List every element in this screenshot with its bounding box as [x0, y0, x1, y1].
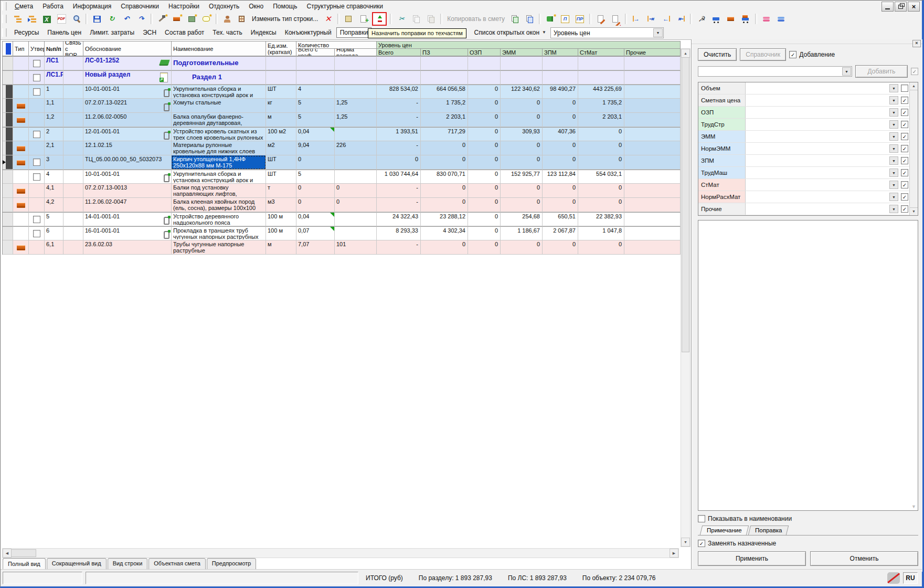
field-checkbox[interactable]: ✓ [901, 157, 908, 164]
cell-emm[interactable]: 0 [501, 99, 543, 113]
menu-item-3[interactable]: Справочники [116, 2, 164, 11]
cell-type[interactable] [13, 212, 29, 226]
table-row-4,1[interactable]: 4,107.2.07.13-0013Балки под установку на… [3, 184, 681, 198]
save-button[interactable] [90, 13, 104, 25]
approve-checkbox[interactable] [33, 74, 40, 81]
approve-checkbox[interactable] [33, 131, 40, 138]
cell-ozp[interactable] [468, 56, 501, 70]
apply-button[interactable]: Применить [698, 551, 806, 566]
cell-other[interactable] [624, 212, 681, 226]
table-row-1,1[interactable]: 1,107.2.07.13-0221Хомуты стальныекг51,25… [3, 99, 681, 113]
chevron-down-icon[interactable]: ▼ [889, 144, 898, 153]
cell-vor-link[interactable] [63, 99, 83, 113]
clear-button[interactable]: Очистить [698, 48, 737, 61]
table-row-1[interactable]: 110-01-001-01Укрупнительная сборка и уст… [3, 85, 681, 99]
pdf-export-button[interactable]: PDF [55, 13, 68, 25]
panel-close-button[interactable]: × [912, 40, 921, 47]
row-marker-cell[interactable] [3, 127, 13, 141]
menu-item-1[interactable]: Работа [38, 2, 68, 11]
field-checkbox[interactable]: ✓ [901, 109, 908, 116]
field-combo[interactable]: ▼ [746, 155, 899, 166]
chevron-down-icon[interactable]: ▼ [842, 67, 851, 76]
cell-zpm[interactable]: 2 067,87 [543, 226, 578, 240]
cell-vor-link[interactable] [63, 170, 83, 184]
row-marker-cell[interactable] [3, 99, 13, 113]
row-marker-cell[interactable] [3, 184, 13, 198]
chevron-down-icon[interactable]: ▼ [653, 28, 663, 37]
cell-total[interactable]: - [377, 198, 421, 212]
cell-stmat[interactable]: 0 [578, 127, 624, 141]
cell-type[interactable] [13, 155, 29, 170]
cell-other[interactable] [624, 155, 681, 170]
cell-type[interactable] [13, 70, 29, 85]
cell-total[interactable]: 8 293,33 [377, 226, 421, 240]
tree-list-button[interactable] [10, 13, 24, 25]
cell-vor-link[interactable] [63, 127, 83, 141]
view-tab-4[interactable]: Предпросмотр [207, 558, 257, 570]
cell-ozp[interactable]: 0 [468, 113, 501, 127]
table-row-6[interactable]: 616-01-001-01Прокладка в траншеях труб ч… [3, 226, 681, 240]
cell-type[interactable] [13, 127, 29, 141]
cell-qty[interactable]: 0,04 [296, 127, 335, 141]
table-row-1,2[interactable]: 1,211.2.06.02-0050Балка опалубки фанерно… [3, 113, 681, 127]
cell-norm[interactable] [335, 127, 377, 141]
cell-other[interactable] [624, 198, 681, 212]
edit-row-button[interactable] [594, 13, 608, 25]
cell-norm[interactable]: 0 [335, 198, 377, 212]
cell-type[interactable] [13, 113, 29, 127]
field-combo[interactable]: ▼ [746, 191, 899, 203]
cell-basis[interactable]: 12-01-001-01 [83, 127, 172, 141]
cell-row-number[interactable]: 4 [45, 170, 63, 184]
cell-ozp[interactable] [468, 70, 501, 85]
cell-row-number[interactable]: ЛС1.Р1 [45, 70, 63, 85]
cell-vor-link[interactable] [63, 56, 83, 70]
cell-other[interactable] [624, 99, 681, 113]
cell-approve[interactable] [29, 56, 45, 70]
cell-basis[interactable]: Новый раздел [83, 70, 172, 85]
cell-emm[interactable]: 254,68 [501, 212, 543, 226]
insert-sheet-button[interactable] [357, 13, 370, 25]
cell-name[interactable]: Укрупнительная сборка и установка констр… [172, 85, 266, 99]
cell-qty[interactable]: 0 [296, 198, 335, 212]
cell-qty[interactable]: 5 [296, 99, 335, 113]
cell-pz[interactable]: 2 203,1 [421, 113, 468, 127]
cell-norm[interactable]: 1,25 [335, 113, 377, 127]
truck-button[interactable] [709, 13, 723, 25]
row-marker-cell[interactable] [3, 212, 13, 226]
cell-row-number[interactable]: 6 [45, 226, 63, 240]
cell-approve[interactable] [29, 226, 45, 240]
cell-norm[interactable] [335, 85, 377, 99]
estimate-calc-button[interactable] [342, 13, 356, 25]
panelbar-button-6[interactable]: Индексы [247, 27, 280, 38]
panelbar-button-3[interactable]: ЭСН [139, 27, 160, 38]
cell-stmat[interactable]: 1 735,2 [578, 99, 624, 113]
table-row-ЛС1.Р1[interactable]: ЛС1.Р1Новый разделРаздел 1 [3, 70, 681, 85]
cell-type[interactable] [13, 85, 29, 99]
cell-total[interactable]: 0 [377, 155, 421, 170]
field-checkbox[interactable]: ✓ [901, 121, 908, 128]
cell-row-number[interactable]: ЛС1 [45, 56, 63, 70]
cell-basis[interactable]: 23.6.02.03 [83, 240, 172, 255]
approve-checkbox[interactable] [33, 159, 40, 166]
cell-basis[interactable]: ТЦ_05.00.00.00_50_5032073 [83, 155, 172, 170]
cell-pz[interactable]: 23 288,12 [421, 212, 468, 226]
field-combo[interactable]: ▼ [746, 119, 899, 130]
cut-button[interactable]: ✂ [395, 13, 408, 25]
menu-item-8[interactable]: Структурные справочники [302, 2, 388, 11]
new-machine-button[interactable] [185, 13, 198, 25]
cell-name[interactable]: Балка клееная хвойных пород (ель, сосна)… [172, 198, 266, 212]
close-button[interactable]: × [908, 2, 920, 12]
cell-basis[interactable]: 11.2.06.02-0050 [83, 113, 172, 127]
cell-stmat[interactable]: 554 032,1 [578, 170, 624, 184]
cell-vor-link[interactable] [63, 141, 83, 155]
cell-pz[interactable]: 0 [421, 184, 468, 198]
field-combo[interactable]: ▼ [746, 203, 899, 215]
panelbar-button-2[interactable]: Лимит. затраты [86, 27, 138, 38]
vertical-scrollbar[interactable]: ▲ ▼ [681, 48, 691, 547]
cell-unit[interactable]: ШТ [266, 155, 296, 170]
cell-vor-link[interactable] [63, 184, 83, 198]
chevron-down-icon[interactable]: ▼ [889, 193, 898, 201]
cell-norm[interactable] [335, 56, 377, 70]
cell-zpm[interactable]: 0 [543, 184, 578, 198]
search-button[interactable] [69, 13, 83, 25]
